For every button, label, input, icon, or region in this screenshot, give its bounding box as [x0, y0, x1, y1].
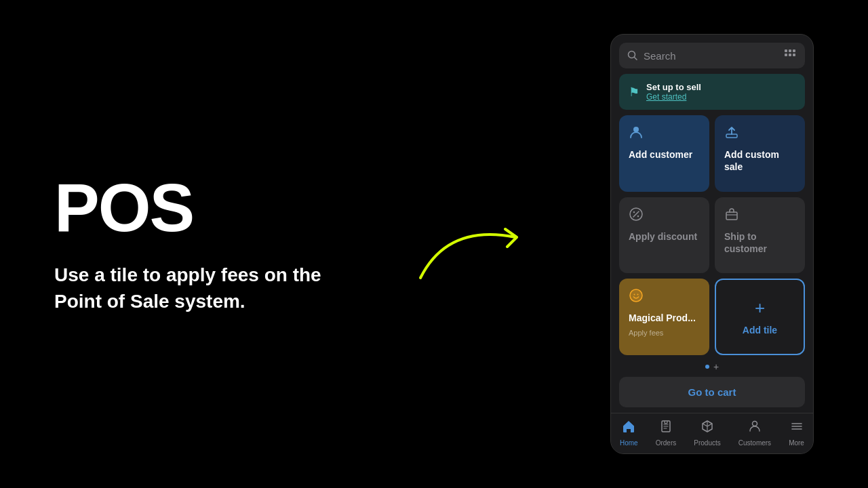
nav-products[interactable]: Products — [694, 419, 720, 447]
tile-magical-product[interactable]: Magical Prod... Apply fees — [619, 279, 709, 355]
search-bar[interactable]: Search — [619, 43, 805, 68]
grid-view-icon[interactable] — [785, 49, 797, 62]
svg-point-9 — [634, 294, 635, 296]
more-icon — [789, 419, 804, 437]
pos-ui-panel: Search ⚑ Set up to sell Get started Add … — [610, 34, 814, 454]
orders-icon — [658, 419, 673, 437]
tile-add-tile[interactable]: + Add tile — [715, 279, 805, 355]
home-icon — [621, 419, 636, 437]
go-to-cart-button[interactable]: Go to cart — [619, 377, 805, 407]
svg-rect-5 — [726, 212, 737, 220]
search-icon — [627, 50, 638, 61]
nav-customers[interactable]: Customers — [738, 419, 771, 447]
setup-text: Set up to sell Get started — [646, 82, 701, 102]
setup-banner[interactable]: ⚑ Set up to sell Get started — [619, 74, 805, 110]
setup-title: Set up to sell — [646, 82, 701, 92]
person-icon — [629, 125, 644, 143]
svg-rect-3 — [726, 134, 737, 138]
customers-icon — [747, 419, 762, 437]
tiles-grid: Add customer Add custom sale Apply disco… — [619, 115, 805, 355]
search-placeholder: Search — [644, 50, 779, 62]
active-dot — [705, 365, 709, 369]
add-tile-label: Add tile — [726, 324, 794, 336]
bottom-nav: Home Orders Products — [611, 413, 813, 453]
add-custom-sale-label: Add custom sale — [724, 148, 795, 173]
add-customer-label: Add customer — [629, 148, 692, 161]
more-nav-label: More — [789, 439, 804, 447]
ship-to-customer-label: Ship to customer — [724, 230, 795, 255]
svg-point-10 — [637, 294, 639, 296]
upload-icon — [724, 125, 739, 143]
tile-add-custom-sale[interactable]: Add custom sale — [715, 115, 805, 192]
magical-product-label: Magical Prod... — [629, 312, 696, 324]
arrow-container — [407, 217, 556, 301]
discount-icon — [629, 207, 644, 225]
home-nav-label: Home — [620, 439, 638, 447]
svg-line-1 — [635, 58, 637, 60]
page-dots: + — [611, 355, 813, 377]
orders-nav-label: Orders — [656, 439, 677, 447]
box-icon — [724, 207, 739, 225]
tile-apply-discount[interactable]: Apply discount — [619, 197, 709, 274]
products-icon — [700, 419, 715, 437]
flag-icon: ⚑ — [629, 85, 639, 100]
arrow-icon — [407, 217, 556, 298]
left-panel: POS Use a tile to apply fees on the Poin… — [0, 133, 610, 355]
svg-point-12 — [752, 422, 757, 426]
svg-point-2 — [633, 127, 639, 132]
nav-home[interactable]: Home — [620, 419, 638, 447]
get-started-link[interactable]: Get started — [646, 92, 701, 102]
customers-nav-label: Customers — [738, 439, 771, 447]
add-page-icon[interactable]: + — [713, 362, 719, 371]
apply-discount-label: Apply discount — [629, 230, 697, 243]
nav-orders[interactable]: Orders — [656, 419, 677, 447]
pos-subtitle: Use a tile to apply fees on the Point of… — [54, 262, 339, 314]
smile-icon — [629, 288, 644, 306]
tile-ship-to-customer[interactable]: Ship to customer — [715, 197, 805, 274]
magical-product-sublabel: Apply fees — [629, 329, 663, 337]
tile-add-customer[interactable]: Add customer — [619, 115, 709, 192]
nav-more[interactable]: More — [789, 419, 804, 447]
products-nav-label: Products — [694, 439, 720, 447]
plus-icon: + — [726, 298, 794, 319]
